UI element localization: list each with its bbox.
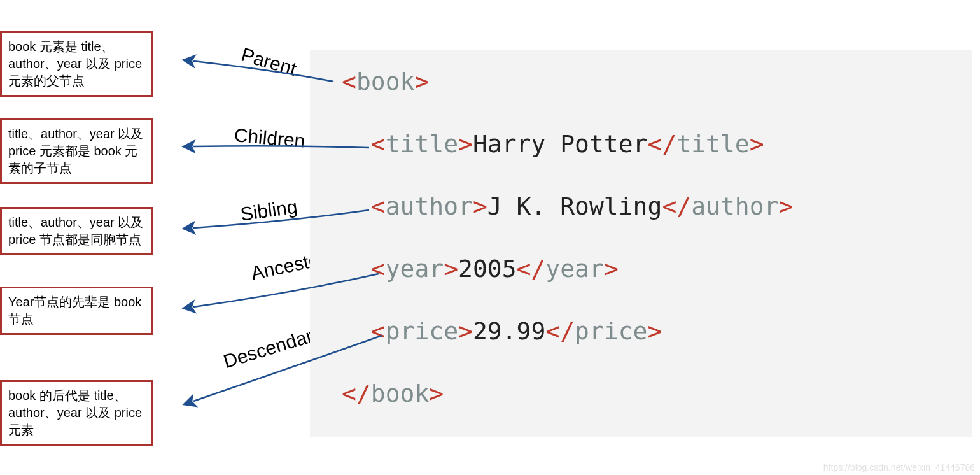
desc-box-children: title、author、year 以及 price 元素都是 book 元素的…	[0, 118, 153, 184]
label-sibling: Sibling	[239, 196, 299, 225]
xml-line-price: <price>29.99</price>	[342, 317, 662, 345]
desc-box-descendant: book 的后代是 title、author、year 以及 price 元素	[0, 380, 153, 446]
desc-box-sibling: title、author、year 以及 price 节点都是同胞节点	[0, 207, 153, 255]
xml-code-block: <book> <title>Harry Potter</title> <auth…	[310, 50, 972, 437]
xml-line-book-close: </book>	[342, 379, 444, 408]
desc-box-parent: book 元素是 title、author、year 以及 price 元素的父…	[0, 31, 153, 97]
xml-line-book-open: <book>	[342, 67, 429, 96]
watermark-text: https://blog.csdn.net/weixin_41446786	[823, 462, 975, 472]
label-parent: Parent	[239, 44, 298, 80]
xml-line-year: <year>2005</year>	[342, 255, 619, 283]
desc-box-ancestor: Year节点的先辈是 book 节点	[0, 287, 153, 335]
label-descendant: Descendant	[221, 322, 325, 372]
label-children: Children	[234, 124, 306, 152]
xml-line-author: <author>J K. Rowling</author>	[342, 192, 793, 220]
xml-line-title: <title>Harry Potter</title>	[342, 130, 764, 158]
